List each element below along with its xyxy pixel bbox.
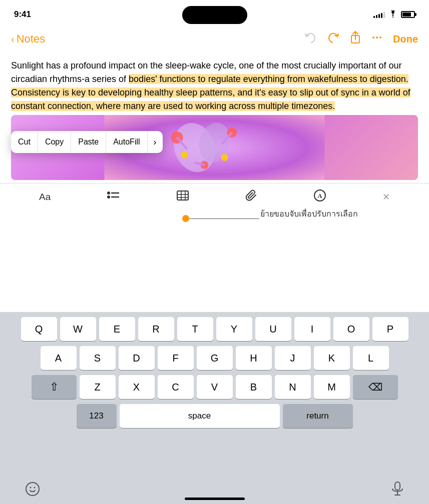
back-button[interactable]: ‹ Notes: [11, 32, 45, 46]
key-m[interactable]: M: [314, 375, 350, 399]
numbers-key[interactable]: 123: [77, 404, 117, 428]
key-x[interactable]: X: [119, 375, 155, 399]
markup-button[interactable]: A: [313, 189, 326, 204]
undo-button[interactable]: [304, 32, 317, 46]
attach-button[interactable]: [245, 189, 257, 204]
svg-point-27: [26, 482, 39, 496]
list-format-button[interactable]: [107, 190, 120, 204]
wifi-icon: [388, 10, 397, 19]
format-toolbar: Aa A ✕: [0, 183, 429, 210]
key-g[interactable]: G: [197, 346, 233, 370]
autofill-menu-item[interactable]: AutoFill: [106, 131, 147, 153]
status-icons: [373, 10, 415, 19]
key-h[interactable]: H: [236, 346, 272, 370]
keyboard-row-3: ⇧ Z X C V B N M ⌫: [3, 375, 426, 399]
key-z[interactable]: Z: [80, 375, 116, 399]
notes-back-label[interactable]: Notes: [17, 32, 45, 46]
key-v[interactable]: V: [197, 375, 233, 399]
selection-handle[interactable]: [182, 215, 189, 222]
more-button[interactable]: [371, 32, 383, 46]
cut-menu-item[interactable]: Cut: [11, 131, 38, 153]
emoji-button[interactable]: [25, 482, 40, 500]
navigation-toolbar: ‹ Notes: [0, 26, 429, 52]
key-j[interactable]: J: [275, 346, 311, 370]
dynamic-island: [182, 6, 247, 24]
toolbar-actions: Done: [304, 31, 418, 47]
delete-key[interactable]: ⌫: [353, 375, 398, 399]
svg-point-2: [372, 36, 374, 38]
svg-point-0: [392, 16, 393, 17]
key-a[interactable]: A: [41, 346, 77, 370]
callout-text: ย้ายขอบจับเพื่อปรับการเลือก: [260, 208, 358, 220]
svg-point-3: [376, 36, 378, 38]
done-button[interactable]: Done: [393, 34, 418, 45]
note-content[interactable]: Sunlight has a profound impact on the sl…: [0, 52, 429, 113]
text-format-button[interactable]: Aa: [39, 192, 51, 202]
svg-point-29: [34, 486, 36, 488]
keyboard-row-2: A S D F G H J K L: [3, 346, 426, 370]
return-key[interactable]: return: [283, 404, 353, 428]
key-t[interactable]: T: [177, 317, 213, 341]
shift-key[interactable]: ⇧: [32, 375, 77, 399]
microphone-button[interactable]: [391, 481, 404, 500]
share-button[interactable]: [350, 31, 361, 47]
key-b[interactable]: B: [236, 375, 272, 399]
svg-point-28: [30, 486, 32, 488]
key-f[interactable]: F: [158, 346, 194, 370]
key-e[interactable]: E: [99, 317, 135, 341]
table-format-button[interactable]: [176, 190, 189, 204]
key-r[interactable]: R: [138, 317, 174, 341]
key-l[interactable]: L: [353, 346, 389, 370]
more-menu-item[interactable]: ›: [148, 131, 163, 153]
svg-text:A: A: [317, 192, 322, 200]
key-n[interactable]: N: [275, 375, 311, 399]
key-y[interactable]: Y: [216, 317, 252, 341]
svg-point-16: [107, 192, 110, 194]
redo-button[interactable]: [327, 32, 340, 46]
key-c[interactable]: C: [158, 375, 194, 399]
key-d[interactable]: D: [119, 346, 155, 370]
key-k[interactable]: K: [314, 346, 350, 370]
key-p[interactable]: P: [372, 317, 408, 341]
svg-rect-20: [177, 191, 188, 200]
keyboard-row-1: Q W E R T Y U I O P: [3, 317, 426, 341]
key-w[interactable]: W: [60, 317, 96, 341]
note-text[interactable]: Sunlight has a profound impact on the sl…: [11, 59, 418, 113]
svg-point-4: [379, 36, 381, 38]
space-key[interactable]: space: [120, 404, 280, 428]
close-format-button[interactable]: ✕: [382, 192, 390, 202]
copy-menu-item[interactable]: Copy: [38, 131, 71, 153]
key-s[interactable]: S: [80, 346, 116, 370]
key-q[interactable]: Q: [21, 317, 57, 341]
key-o[interactable]: O: [333, 317, 369, 341]
key-i[interactable]: I: [294, 317, 330, 341]
status-time: 9:41: [14, 10, 31, 20]
back-arrow-icon: ‹: [11, 34, 15, 45]
keyboard-row-4: 123 space return: [3, 404, 426, 428]
svg-point-17: [107, 196, 110, 198]
svg-point-12: [221, 154, 228, 161]
signal-icon: [373, 11, 385, 18]
keyboard: Q W E R T Y U I O P A S D F G H J K L ⇧ …: [0, 312, 429, 477]
callout-line: [189, 218, 259, 219]
key-u[interactable]: U: [255, 317, 291, 341]
paste-menu-item[interactable]: Paste: [71, 131, 106, 153]
svg-point-11: [181, 152, 188, 158]
battery-icon: [401, 11, 415, 18]
svg-rect-30: [395, 482, 400, 490]
home-indicator: [185, 498, 245, 500]
context-menu: Cut Copy Paste AutoFill ›: [11, 131, 163, 153]
